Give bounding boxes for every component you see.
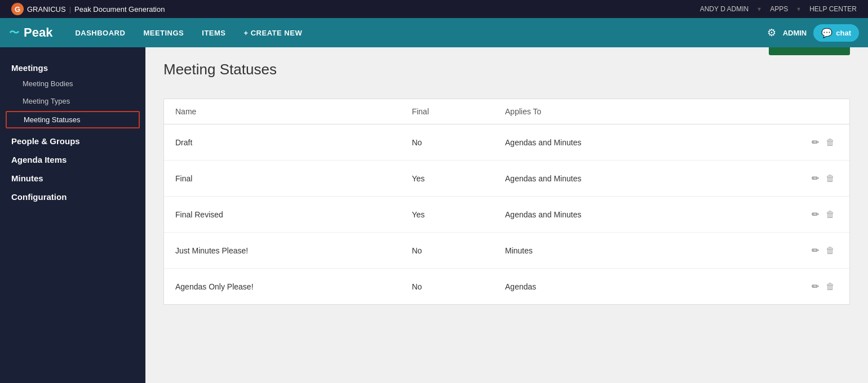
app-name: Peak Document Generation (74, 5, 165, 14)
cell-name: Final Revised (164, 197, 401, 233)
nav-dashboard[interactable]: DASHBOARD (66, 18, 134, 47)
delete-button[interactable]: 🗑 (822, 243, 838, 258)
sidebar-item-agenda-items[interactable]: Agenda Items (0, 148, 145, 167)
cell-applies-to: Agendas and Minutes (494, 197, 726, 233)
cell-name: Agendas Only Please! (164, 269, 401, 305)
nav-right: ⚙ ADMIN 💬 chat (767, 24, 859, 42)
user-menu[interactable]: ANDY D ADMIN (700, 5, 749, 13)
nav-logo-text: Peak (24, 25, 52, 40)
granicus-logo-icon: G (11, 3, 24, 15)
nav-items[interactable]: ITEMS (193, 18, 234, 47)
sidebar-item-people-groups[interactable]: People & Groups (0, 130, 145, 148)
table-row: Just Minutes Please!NoMinutes✏🗑 (164, 233, 849, 269)
granicus-name: GRANICUS (27, 5, 66, 14)
brand-separator: | (69, 5, 71, 14)
table-row: FinalYesAgendas and Minutes✏🗑 (164, 161, 849, 197)
layout: Meetings Meeting Bodies Meeting Types Me… (0, 47, 868, 383)
delete-button[interactable]: 🗑 (822, 135, 838, 150)
sidebar-item-configuration[interactable]: Configuration (0, 185, 145, 204)
sidebar-item-meeting-types[interactable]: Meeting Types (0, 92, 145, 110)
sidebar-item-meetings[interactable]: Meetings (0, 56, 145, 75)
edit-button[interactable]: ✏ (808, 243, 822, 258)
delete-button[interactable]: 🗑 (822, 279, 838, 294)
admin-gear-icon[interactable]: ⚙ (767, 26, 776, 39)
cell-final: No (401, 233, 494, 269)
cell-actions: ✏🗑 (726, 197, 849, 233)
col-actions (726, 99, 849, 124)
table-row: Final RevisedYesAgendas and Minutes✏🗑 (164, 197, 849, 233)
chat-label: chat (836, 29, 851, 37)
nav-create-new[interactable]: + CREATE NEW (235, 18, 312, 47)
table-body: DraftNoAgendas and Minutes✏🗑FinalYesAgen… (164, 124, 849, 305)
apps-menu[interactable]: APPS (770, 5, 788, 13)
meeting-statuses-table-container: Name Final Applies To DraftNoAgendas and… (163, 99, 850, 305)
table-row: Agendas Only Please!NoAgendas✏🗑 (164, 269, 849, 305)
main-content: Meeting Statuses + ADD STATUS Name Final… (145, 47, 868, 383)
cell-final: No (401, 124, 494, 161)
edit-button[interactable]: ✏ (808, 207, 822, 222)
cell-actions: ✏🗑 (726, 269, 849, 305)
granicus-brand: G GRANICUS | Peak Document Generation (11, 3, 165, 15)
cell-applies-to: Agendas (494, 269, 726, 305)
edit-button[interactable]: ✏ (808, 135, 822, 150)
peak-logo-icon: 〜 (9, 26, 19, 39)
add-status-button[interactable]: + ADD STATUS (769, 47, 850, 55)
admin-label[interactable]: ADMIN (783, 29, 807, 37)
cell-final: No (401, 269, 494, 305)
cell-applies-to: Agendas and Minutes (494, 124, 726, 161)
header-area: Meeting Statuses + ADD STATUS (163, 61, 850, 90)
help-center-link[interactable]: HELP CENTER (809, 5, 857, 13)
delete-button[interactable]: 🗑 (822, 207, 838, 222)
meeting-statuses-table: Name Final Applies To DraftNoAgendas and… (164, 99, 849, 304)
cell-applies-to: Minutes (494, 233, 726, 269)
cell-actions: ✏🗑 (726, 161, 849, 197)
sidebar-item-meeting-statuses[interactable]: Meeting Statuses (6, 111, 140, 128)
nav-meetings[interactable]: MEETINGS (134, 18, 193, 47)
chat-bubble-icon: 💬 (821, 28, 832, 38)
top-bar: G GRANICUS | Peak Document Generation AN… (0, 0, 868, 18)
edit-button[interactable]: ✏ (808, 171, 822, 186)
cell-final: Yes (401, 197, 494, 233)
sidebar: Meetings Meeting Bodies Meeting Types Me… (0, 47, 145, 383)
cell-name: Just Minutes Please! (164, 233, 401, 269)
delete-button[interactable]: 🗑 (822, 171, 838, 186)
sidebar-item-minutes[interactable]: Minutes (0, 167, 145, 185)
cell-name: Final (164, 161, 401, 197)
nav-logo[interactable]: 〜 Peak (9, 25, 52, 40)
table-row: DraftNoAgendas and Minutes✏🗑 (164, 124, 849, 161)
cell-actions: ✏🗑 (726, 233, 849, 269)
sidebar-item-meeting-bodies[interactable]: Meeting Bodies (0, 75, 145, 92)
chat-button[interactable]: 💬 chat (813, 24, 859, 42)
col-name: Name (164, 99, 401, 124)
cell-applies-to: Agendas and Minutes (494, 161, 726, 197)
col-applies-to: Applies To (494, 99, 726, 124)
edit-button[interactable]: ✏ (808, 279, 822, 294)
cell-actions: ✏🗑 (726, 124, 849, 161)
table-header: Name Final Applies To (164, 99, 849, 124)
cell-name: Draft (164, 124, 401, 161)
col-final: Final (401, 99, 494, 124)
nav-bar: 〜 Peak DASHBOARD MEETINGS ITEMS + CREATE… (0, 18, 868, 47)
cell-final: Yes (401, 161, 494, 197)
table-header-row: Name Final Applies To (164, 99, 849, 124)
page-title: Meeting Statuses (163, 61, 277, 78)
